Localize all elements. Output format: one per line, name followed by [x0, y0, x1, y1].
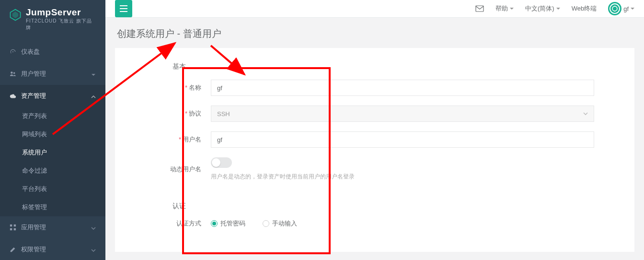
nav-label: 权限管理 — [21, 245, 46, 254]
svg-marker-1 — [13, 12, 18, 18]
svg-rect-7 — [14, 228, 16, 230]
chevron-down-icon — [631, 8, 634, 10]
protocol-label: *协议 — [134, 109, 211, 118]
name-label: *名称 — [134, 83, 211, 92]
user-avatar-icon — [608, 2, 621, 15]
nav-label: 资产管理 — [21, 92, 46, 100]
logo-icon — [9, 8, 22, 22]
svg-point-2 — [11, 71, 12, 73]
chevron-down-icon — [510, 8, 514, 10]
name-input[interactable] — [211, 80, 594, 96]
auth-method-label: 认证方式 — [134, 219, 211, 228]
dynamic-username-help: 用户名是动态的，登录资产时使用当前用户的用户名登录 — [211, 173, 594, 181]
username-label: *用户名 — [134, 135, 211, 144]
submenu-item-asset-list[interactable]: 资产列表 — [0, 107, 105, 125]
chevron-down-icon — [91, 225, 96, 230]
logo-subtitle: FIT2CLOUD 飞致云 旗下品牌 — [26, 18, 97, 31]
radio-label: 手动输入 — [272, 219, 297, 228]
section-auth-title: 认证 — [134, 190, 615, 219]
users-icon — [10, 71, 16, 77]
auth-method-managed-radio[interactable]: 托管密码 — [211, 219, 245, 228]
chevron-down-icon — [91, 71, 96, 76]
nav-label: 用户管理 — [21, 70, 46, 78]
lang-label: 中文(简体) — [525, 4, 554, 13]
web-terminal-link[interactable]: Web终端 — [572, 4, 597, 13]
submenu-item-system-user[interactable]: 系统用户 — [0, 143, 105, 162]
logo-area: JumpServer FIT2CLOUD 飞致云 旗下品牌 — [0, 0, 105, 36]
svg-rect-11 — [476, 6, 483, 12]
sidebar-item-assets[interactable]: 资产管理 — [0, 85, 105, 107]
cloud-icon — [10, 93, 16, 99]
submenu-item-domain-list[interactable]: 网域列表 — [0, 125, 105, 143]
form-panel: 基本 *名称 *协议 SSH *用户名 — [115, 48, 634, 252]
sidebar-toggle-button[interactable] — [115, 0, 132, 17]
submenu-item-label-mgmt[interactable]: 标签管理 — [0, 198, 105, 216]
chevron-up-icon — [91, 94, 96, 98]
chevron-down-icon — [583, 112, 588, 115]
chevron-down-icon — [91, 247, 96, 252]
sidebar-item-apps[interactable]: 应用管理 — [0, 216, 105, 238]
section-basic-title: 基本 — [134, 58, 615, 80]
user-name-label: gf — [623, 5, 629, 12]
svg-rect-10 — [120, 11, 127, 12]
nav-label: 应用管理 — [21, 223, 46, 232]
help-label: 帮助 — [495, 4, 508, 13]
chevron-down-icon — [556, 8, 560, 10]
sidebar-item-perms[interactable]: 权限管理 — [0, 238, 105, 260]
topbar: 帮助 中文(简体) Web终端 gf — [105, 0, 644, 18]
svg-rect-5 — [14, 225, 16, 226]
svg-rect-9 — [120, 8, 127, 9]
radio-label: 托管密码 — [220, 219, 245, 228]
protocol-select[interactable]: SSH — [211, 106, 594, 122]
lang-dropdown[interactable]: 中文(简体) — [525, 4, 560, 13]
sidebar-item-dashboard[interactable]: 仪表盘 — [0, 41, 105, 63]
page-title: 创建系统用户 - 普通用户 — [105, 18, 644, 48]
grid-icon — [10, 224, 16, 231]
svg-rect-8 — [120, 5, 127, 6]
main-content: 帮助 中文(简体) Web终端 gf 创建系统用户 - 普通用户 — [105, 0, 644, 260]
sidebar-submenu-assets: 资产列表 网域列表 系统用户 命令过滤 平台列表 标签管理 — [0, 107, 105, 216]
protocol-value: SSH — [217, 110, 230, 118]
radio-icon — [263, 220, 269, 227]
nav-label: 仪表盘 — [21, 47, 40, 56]
submenu-item-platform-list[interactable]: 平台列表 — [0, 180, 105, 198]
submenu-item-command-filter[interactable]: 命令过滤 — [0, 162, 105, 180]
sidebar-item-users[interactable]: 用户管理 — [0, 63, 105, 85]
svg-rect-6 — [10, 228, 12, 230]
dynamic-username-toggle[interactable] — [211, 157, 232, 168]
sidebar: JumpServer FIT2CLOUD 飞致云 旗下品牌 仪表盘 用户管理 资… — [0, 0, 105, 260]
mail-icon-button[interactable] — [475, 5, 484, 12]
svg-rect-4 — [10, 225, 12, 226]
dynamic-username-label: 动态用户名 — [134, 165, 211, 174]
radio-icon — [211, 220, 218, 227]
svg-point-12 — [612, 6, 617, 11]
username-input[interactable] — [211, 131, 594, 148]
help-dropdown[interactable]: 帮助 — [495, 4, 514, 13]
auth-method-manual-radio[interactable]: 手动输入 — [263, 219, 297, 228]
user-menu[interactable]: gf — [608, 2, 634, 15]
svg-point-3 — [13, 72, 15, 74]
edit-icon — [10, 246, 16, 253]
dashboard-icon — [10, 48, 16, 55]
logo-title: JumpServer — [26, 7, 97, 18]
